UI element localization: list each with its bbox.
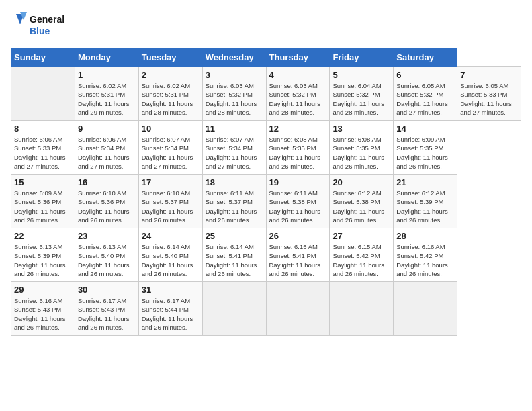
calendar-cell: 1Sunrise: 6:02 AM Sunset: 5:31 PM Daylig… <box>75 67 138 121</box>
cell-info: Sunrise: 6:06 AM Sunset: 5:34 PM Dayligh… <box>78 135 136 171</box>
calendar-cell: 25Sunrise: 6:14 AM Sunset: 5:41 PM Dayli… <box>202 228 266 282</box>
day-number: 23 <box>78 231 136 241</box>
calendar-cell <box>394 282 457 336</box>
calendar-cell <box>330 282 394 336</box>
cell-info: Sunrise: 6:12 AM Sunset: 5:38 PM Dayligh… <box>332 189 390 224</box>
day-number: 2 <box>142 70 200 80</box>
day-number: 28 <box>396 231 454 241</box>
calendar-cell: 16Sunrise: 6:10 AM Sunset: 5:36 PM Dayli… <box>75 175 138 228</box>
day-number: 21 <box>396 177 454 187</box>
calendar-cell: 18Sunrise: 6:11 AM Sunset: 5:37 PM Dayli… <box>202 175 266 228</box>
cell-info: Sunrise: 6:13 AM Sunset: 5:39 PM Dayligh… <box>14 242 72 278</box>
day-number: 12 <box>269 124 327 134</box>
day-number: 10 <box>142 124 200 134</box>
day-number: 24 <box>142 231 200 241</box>
calendar-cell: 14Sunrise: 6:09 AM Sunset: 5:35 PM Dayli… <box>394 121 457 175</box>
cell-info: Sunrise: 6:09 AM Sunset: 5:35 PM Dayligh… <box>396 135 454 171</box>
cell-info: Sunrise: 6:04 AM Sunset: 5:32 PM Dayligh… <box>332 81 390 117</box>
day-number: 7 <box>460 70 518 80</box>
cell-info: Sunrise: 6:10 AM Sunset: 5:36 PM Dayligh… <box>78 189 136 224</box>
day-number: 29 <box>14 285 72 295</box>
cell-info: Sunrise: 6:03 AM Sunset: 5:32 PM Dayligh… <box>206 81 263 117</box>
day-number: 4 <box>269 70 327 80</box>
day-number: 22 <box>14 231 72 241</box>
day-number: 16 <box>78 177 136 187</box>
day-number: 13 <box>332 124 390 134</box>
day-number: 3 <box>206 70 263 80</box>
calendar-cell: 17Sunrise: 6:10 AM Sunset: 5:37 PM Dayli… <box>138 175 202 228</box>
cell-info: Sunrise: 6:07 AM Sunset: 5:34 PM Dayligh… <box>206 135 263 171</box>
day-number: 31 <box>142 285 200 295</box>
svg-text:Blue: Blue <box>30 26 50 36</box>
cell-info: Sunrise: 6:16 AM Sunset: 5:43 PM Dayligh… <box>14 296 72 332</box>
cell-info: Sunrise: 6:12 AM Sunset: 5:39 PM Dayligh… <box>396 189 454 224</box>
calendar-cell: 5Sunrise: 6:04 AM Sunset: 5:32 PM Daylig… <box>330 67 394 121</box>
calendar-cell: 23Sunrise: 6:13 AM Sunset: 5:40 PM Dayli… <box>75 228 138 282</box>
day-number: 1 <box>78 70 136 80</box>
logo-svg: General Blue <box>11 11 91 41</box>
calendar-cell: 21Sunrise: 6:12 AM Sunset: 5:39 PM Dayli… <box>394 175 457 228</box>
day-number: 9 <box>78 124 136 134</box>
day-number: 27 <box>332 231 390 241</box>
calendar-cell: 30Sunrise: 6:17 AM Sunset: 5:43 PM Dayli… <box>75 282 138 336</box>
calendar-header-row: SundayMondayTuesdayWednesdayThursdayFrid… <box>11 48 521 67</box>
calendar-cell: 31Sunrise: 6:17 AM Sunset: 5:44 PM Dayli… <box>138 282 202 336</box>
day-number: 18 <box>206 177 263 187</box>
day-header-thursday: Thursday <box>266 48 330 67</box>
day-number: 26 <box>269 231 327 241</box>
calendar-cell: 24Sunrise: 6:14 AM Sunset: 5:40 PM Dayli… <box>138 228 202 282</box>
calendar-cell <box>11 67 75 121</box>
day-header-sunday: Sunday <box>11 48 75 67</box>
calendar-cell <box>202 282 266 336</box>
calendar-week-4: 22Sunrise: 6:13 AM Sunset: 5:39 PM Dayli… <box>11 228 521 282</box>
calendar-cell: 26Sunrise: 6:15 AM Sunset: 5:41 PM Dayli… <box>266 228 330 282</box>
cell-info: Sunrise: 6:16 AM Sunset: 5:42 PM Dayligh… <box>396 242 454 278</box>
calendar-week-5: 29Sunrise: 6:16 AM Sunset: 5:43 PM Dayli… <box>11 282 521 336</box>
page-header: General Blue <box>11 11 521 41</box>
day-number: 30 <box>78 285 136 295</box>
day-header-wednesday: Wednesday <box>202 48 266 67</box>
cell-info: Sunrise: 6:05 AM Sunset: 5:33 PM Dayligh… <box>460 81 518 117</box>
calendar-cell: 19Sunrise: 6:11 AM Sunset: 5:38 PM Dayli… <box>266 175 330 228</box>
cell-info: Sunrise: 6:06 AM Sunset: 5:33 PM Dayligh… <box>14 135 72 171</box>
day-number: 8 <box>14 124 72 134</box>
cell-info: Sunrise: 6:02 AM Sunset: 5:31 PM Dayligh… <box>78 81 136 117</box>
cell-info: Sunrise: 6:08 AM Sunset: 5:35 PM Dayligh… <box>269 135 327 171</box>
day-header-monday: Monday <box>75 48 138 67</box>
calendar-cell: 27Sunrise: 6:15 AM Sunset: 5:42 PM Dayli… <box>330 228 394 282</box>
day-header-friday: Friday <box>330 48 394 67</box>
day-number: 6 <box>396 70 454 80</box>
calendar-cell: 7Sunrise: 6:05 AM Sunset: 5:33 PM Daylig… <box>457 67 521 121</box>
calendar-table: SundayMondayTuesdayWednesdayThursdayFrid… <box>11 48 521 336</box>
day-number: 15 <box>14 177 72 187</box>
day-number: 14 <box>396 124 454 134</box>
calendar-cell: 10Sunrise: 6:07 AM Sunset: 5:34 PM Dayli… <box>138 121 202 175</box>
calendar-cell: 3Sunrise: 6:03 AM Sunset: 5:32 PM Daylig… <box>202 67 266 121</box>
cell-info: Sunrise: 6:15 AM Sunset: 5:42 PM Dayligh… <box>332 242 390 278</box>
calendar-week-1: 1Sunrise: 6:02 AM Sunset: 5:31 PM Daylig… <box>11 67 521 121</box>
day-number: 20 <box>332 177 390 187</box>
calendar-week-2: 8Sunrise: 6:06 AM Sunset: 5:33 PM Daylig… <box>11 121 521 175</box>
calendar-cell: 4Sunrise: 6:03 AM Sunset: 5:32 PM Daylig… <box>266 67 330 121</box>
cell-info: Sunrise: 6:08 AM Sunset: 5:35 PM Dayligh… <box>332 135 390 171</box>
day-number: 5 <box>332 70 390 80</box>
calendar-cell: 28Sunrise: 6:16 AM Sunset: 5:42 PM Dayli… <box>394 228 457 282</box>
calendar-cell: 29Sunrise: 6:16 AM Sunset: 5:43 PM Dayli… <box>11 282 75 336</box>
cell-info: Sunrise: 6:13 AM Sunset: 5:40 PM Dayligh… <box>78 242 136 278</box>
calendar-cell: 6Sunrise: 6:05 AM Sunset: 5:32 PM Daylig… <box>394 67 457 121</box>
cell-info: Sunrise: 6:11 AM Sunset: 5:38 PM Dayligh… <box>269 189 327 224</box>
day-number: 25 <box>206 231 263 241</box>
cell-info: Sunrise: 6:10 AM Sunset: 5:37 PM Dayligh… <box>142 189 200 224</box>
cell-info: Sunrise: 6:14 AM Sunset: 5:40 PM Dayligh… <box>142 242 200 278</box>
cell-info: Sunrise: 6:17 AM Sunset: 5:43 PM Dayligh… <box>78 296 136 332</box>
calendar-cell: 12Sunrise: 6:08 AM Sunset: 5:35 PM Dayli… <box>266 121 330 175</box>
day-number: 11 <box>206 124 263 134</box>
calendar-cell: 11Sunrise: 6:07 AM Sunset: 5:34 PM Dayli… <box>202 121 266 175</box>
calendar-cell <box>266 282 330 336</box>
cell-info: Sunrise: 6:15 AM Sunset: 5:41 PM Dayligh… <box>269 242 327 278</box>
day-number: 19 <box>269 177 327 187</box>
calendar-week-3: 15Sunrise: 6:09 AM Sunset: 5:36 PM Dayli… <box>11 175 521 228</box>
cell-info: Sunrise: 6:03 AM Sunset: 5:32 PM Dayligh… <box>269 81 327 117</box>
logo: General Blue <box>11 11 91 41</box>
cell-info: Sunrise: 6:11 AM Sunset: 5:37 PM Dayligh… <box>206 189 263 224</box>
